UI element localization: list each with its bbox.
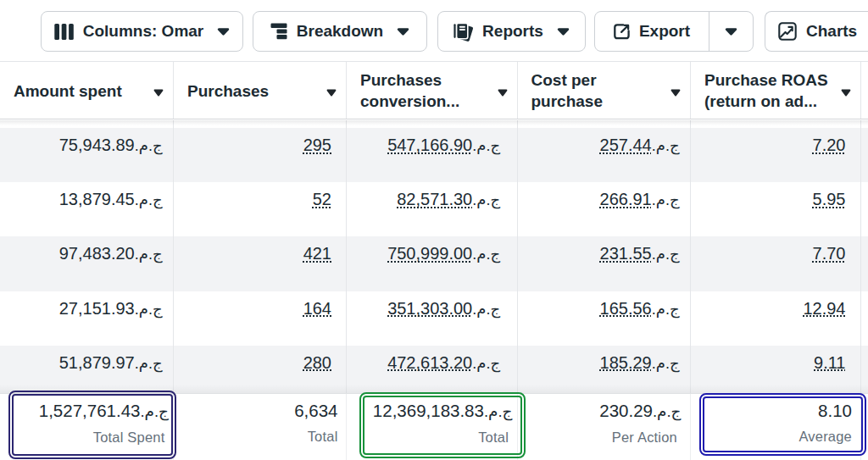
sort-caret-icon [326, 89, 337, 97]
cell-roas: 7.70 [691, 236, 861, 291]
total-label: Total [356, 428, 509, 446]
reports-button-label: Reports [482, 22, 543, 41]
total-value: 12,369,183.83ج.م. [356, 400, 509, 423]
export-button-label: Export [639, 22, 690, 41]
sort-caret-icon [670, 89, 681, 97]
total-number: 12,369,183.83 [373, 401, 484, 420]
cell-value: 51,879.97 [59, 353, 135, 372]
currency-suffix: ج.م. [135, 355, 163, 372]
cell-value-link[interactable]: 280 [303, 353, 331, 372]
cell-value-link[interactable]: 7.70 [813, 244, 846, 263]
cell-cost-per-purchase: 231.55ج.م. [518, 236, 692, 291]
cell-value-link[interactable]: 185.29 [600, 353, 652, 372]
cell-roas: 9.11 [691, 346, 861, 393]
column-header-next-partial [861, 62, 868, 119]
cell-purchases: 421 [174, 236, 347, 291]
cell-value-link[interactable]: 12.94 [803, 299, 845, 318]
breakdown-icon [270, 23, 287, 40]
columns-button[interactable]: Columns: Omar [41, 11, 243, 52]
cell-cost-per-purchase: 165.56ج.م. [518, 291, 692, 346]
sort-caret-icon [153, 89, 164, 97]
cell-amount-spent: 27,151.93ج.م. [0, 291, 174, 346]
charts-icon [778, 22, 797, 41]
cell-value-link[interactable]: 9.11 [814, 353, 845, 372]
cell-purchases: 295 [174, 128, 347, 182]
table-row[interactable]: 97,483.20ج.م. 421 750,999.00ج.م. 231.55ج… [0, 236, 868, 291]
cell-empty [861, 182, 868, 236]
breakdown-button[interactable]: Breakdown [253, 11, 427, 52]
column-header-purchase-roas[interactable]: Purchase ROAS (return on ad... [691, 62, 861, 119]
cell-value-link[interactable]: 547,166.90 [387, 136, 472, 154]
currency-suffix: ج.م. [652, 301, 680, 318]
total-label: Per Action [527, 428, 678, 446]
total-roas: 8.10 Average [691, 394, 861, 460]
cell-value-link[interactable]: 257.44 [600, 136, 652, 154]
cell-value-link[interactable]: 421 [303, 244, 331, 263]
cell-value: 75,943.89 [59, 136, 135, 154]
currency-suffix: ج.م. [652, 355, 680, 372]
cell-roas: 7.20 [691, 128, 861, 182]
column-header-purchases[interactable]: Purchases [174, 62, 347, 119]
cell-value-link[interactable]: 52 [313, 190, 331, 208]
cell-cost-per-purchase: 257.44ج.م. [518, 128, 692, 182]
total-number: 6,634 [294, 401, 337, 420]
export-button[interactable]: Export [595, 12, 709, 51]
column-header-label: Purchases [187, 80, 320, 102]
cell-roas: 5.95 [691, 182, 861, 236]
cell-value-link[interactable]: 231.55 [600, 244, 652, 263]
currency-suffix: ج.م. [135, 301, 163, 318]
currency-suffix: ج.م. [472, 301, 500, 318]
reports-button[interactable]: Reports [437, 11, 586, 52]
total-cost-per-purchase: 230.29ج.م. Per Action [518, 394, 692, 460]
table-body: 75,943.89ج.م. 295 547,166.90ج.م. 257.44ج… [0, 120, 868, 393]
total-purchases: 6,634 Total [174, 394, 347, 460]
cell-value-link[interactable]: 750,999.00 [387, 244, 472, 263]
column-header-purchases-conversion-value[interactable]: Purchases conversion... [347, 62, 518, 119]
currency-suffix: ج.م. [135, 137, 163, 154]
cell-empty [174, 120, 347, 128]
cell-value-link[interactable]: 266.91 [600, 190, 652, 208]
cell-value-link[interactable]: 295 [303, 136, 331, 154]
table-row[interactable]: 13,879.45ج.م. 52 82,571.30ج.م. 266.91ج.م… [0, 182, 868, 236]
table-row[interactable]: 75,943.89ج.م. 295 547,166.90ج.م. 257.44ج… [0, 128, 868, 182]
column-header-cost-per-purchase[interactable]: Cost per purchase [518, 62, 692, 119]
cell-conversion-value: 547,166.90ج.م. [347, 128, 518, 182]
currency-suffix: ج.م. [472, 137, 500, 154]
cell-value-link[interactable]: 472,613.20 [387, 353, 472, 372]
table-row[interactable]: 27,151.93ج.م. 164 351,303.00ج.م. 165.56ج… [0, 291, 868, 346]
column-header-label: Purchases [360, 69, 492, 91]
cell-conversion-value: 750,999.00ج.م. [347, 236, 518, 291]
currency-suffix: ج.م. [484, 402, 513, 420]
total-amount-spent: 1,527,761.43ج.م. Total Spent [0, 394, 174, 460]
cell-conversion-value: 351,303.00ج.م. [347, 291, 518, 346]
table-header: Amount spent Purchases Purchases convers… [0, 61, 868, 119]
cell-value-link[interactable]: 5.95 [813, 190, 846, 208]
total-number: 8.10 [818, 401, 852, 420]
total-number: 230.29 [599, 401, 653, 420]
currency-suffix: ج.م. [472, 191, 500, 208]
cell-value-link[interactable]: 165.56 [600, 299, 652, 318]
cell-empty [861, 291, 868, 346]
column-header-amount-spent[interactable]: Amount spent [0, 62, 174, 119]
breakdown-button-label: Breakdown [297, 22, 383, 41]
cell-empty [691, 120, 861, 128]
reports-icon [453, 22, 473, 42]
currency-suffix: ج.م. [653, 402, 682, 420]
table-row[interactable]: 51,879.97ج.م. 280 472,613.20ج.م. 185.29ج… [0, 346, 868, 393]
cell-cost-per-purchase: 185.29ج.م. [518, 346, 692, 393]
export-split-button: Export [594, 11, 754, 52]
chevron-down-icon [557, 28, 570, 36]
columns-icon [54, 24, 74, 40]
currency-suffix: ج.م. [652, 137, 680, 154]
cell-value-link[interactable]: 164 [303, 299, 331, 318]
cell-value-link[interactable]: 351,303.00 [387, 299, 472, 318]
cell-purchases: 52 [174, 182, 347, 236]
export-dropdown-button[interactable] [709, 12, 753, 51]
cell-value-link[interactable]: 82,571.30 [397, 190, 472, 208]
charts-button[interactable]: Charts [765, 11, 868, 52]
cell-empty [861, 236, 868, 291]
total-value: 8.10 [700, 400, 852, 422]
cell-value-link[interactable]: 7.20 [813, 136, 846, 154]
chevron-down-icon [397, 28, 409, 36]
cell-value: 27,151.93 [59, 299, 135, 318]
